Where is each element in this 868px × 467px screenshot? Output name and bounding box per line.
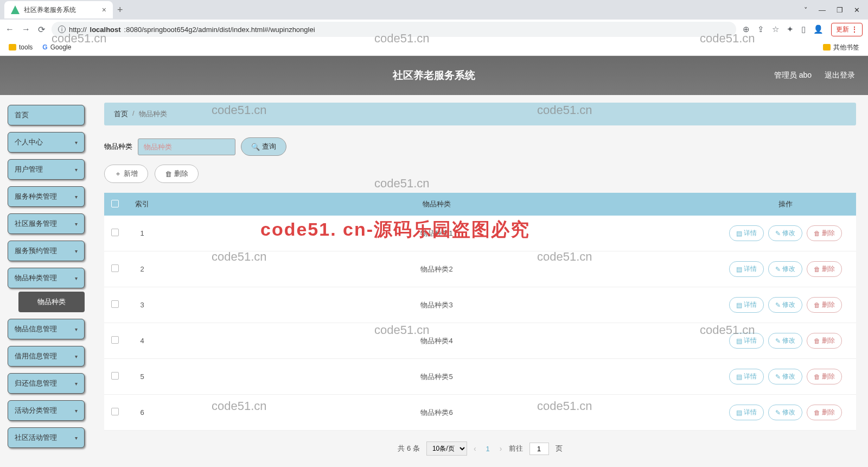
sidebar-item[interactable]: 服务种类管理▾ <box>8 186 85 207</box>
table-row: 1物品种类1▤详情✎修改🗑删除 <box>104 216 856 251</box>
update-button[interactable]: 更新 ⋮ <box>831 23 863 36</box>
detail-button[interactable]: ▤详情 <box>729 261 764 277</box>
chevron-down-icon: ▾ <box>75 248 78 254</box>
cell-index: 4 <box>126 323 158 359</box>
page-size-select[interactable]: 10条/页 <box>426 441 467 456</box>
delete-button[interactable]: 🗑删除 <box>155 165 199 183</box>
trash-icon: 🗑 <box>814 230 820 237</box>
sidebar-item[interactable]: 借用信息管理▾ <box>8 346 85 367</box>
checkbox[interactable] <box>111 372 119 380</box>
add-button[interactable]: ＋新增 <box>104 165 148 183</box>
edit-button[interactable]: ✎修改 <box>768 333 802 349</box>
sidebar-item[interactable]: 首页 <box>8 105 85 125</box>
trash-icon: 🗑 <box>814 373 820 381</box>
window-controls: ˅ — ❐ ✕ <box>804 6 868 14</box>
admin-label[interactable]: 管理员 abo <box>774 71 812 80</box>
cell-index: 2 <box>126 251 158 287</box>
star-icon[interactable]: ☆ <box>772 24 779 34</box>
edit-icon: ✎ <box>775 230 781 237</box>
table-row: 6物品种类6▤详情✎修改🗑删除 <box>104 395 856 431</box>
bookmark-google[interactable]: GGoogle <box>42 43 71 51</box>
row-delete-button[interactable]: 🗑删除 <box>807 225 842 241</box>
search-input[interactable] <box>138 138 235 155</box>
new-tab-button[interactable]: + <box>117 4 123 16</box>
chevron-down-icon: ▾ <box>75 354 78 359</box>
edit-button[interactable]: ✎修改 <box>768 369 802 384</box>
chevron-down-icon[interactable]: ˅ <box>804 6 808 14</box>
detail-button[interactable]: ▤详情 <box>729 225 764 241</box>
row-delete-button[interactable]: 🗑删除 <box>807 369 842 384</box>
cell-name: 物品种类2 <box>158 251 715 287</box>
detail-button[interactable]: ▤详情 <box>729 297 764 313</box>
breadcrumb-home[interactable]: 首页 <box>114 109 128 119</box>
detail-button[interactable]: ▤详情 <box>729 369 764 384</box>
sidebar-item[interactable]: 服务预约管理▾ <box>8 241 85 261</box>
checkbox[interactable] <box>111 300 119 308</box>
row-delete-button[interactable]: 🗑删除 <box>807 297 842 313</box>
next-page-icon[interactable]: › <box>500 444 502 453</box>
bookmark-tools[interactable]: tools <box>9 43 33 51</box>
checkbox[interactable] <box>111 264 119 272</box>
doc-icon: ▤ <box>736 337 742 345</box>
edit-icon: ✎ <box>775 373 781 381</box>
sidebar-item[interactable]: 个人中心▾ <box>8 132 85 153</box>
sidebar-item[interactable]: 物品信息管理▾ <box>8 319 85 339</box>
edit-button[interactable]: ✎修改 <box>768 297 802 313</box>
cell-index: 3 <box>126 287 158 323</box>
close-icon[interactable]: × <box>102 5 106 14</box>
search-icon[interactable]: ⊕ <box>743 24 750 34</box>
checkbox[interactable] <box>111 336 119 344</box>
sidebar-item[interactable]: 物品种类管理▾ <box>8 268 85 288</box>
reload-icon[interactable]: ⟳ <box>38 24 45 35</box>
trash-icon: 🗑 <box>814 409 820 416</box>
bookmark-other[interactable]: 其他书签 <box>823 43 859 52</box>
col-ops: 操作 <box>715 193 856 216</box>
sidebar-subitem[interactable]: 物品种类 <box>18 292 85 312</box>
back-icon[interactable]: ← <box>5 24 14 35</box>
checkbox[interactable] <box>111 408 119 415</box>
query-button[interactable]: 🔍查询 <box>241 137 286 156</box>
close-window-icon[interactable]: ✕ <box>854 6 860 14</box>
forward-icon[interactable]: → <box>22 24 30 35</box>
info-icon[interactable]: i <box>58 26 66 33</box>
search-icon: 🔍 <box>251 143 260 151</box>
trash-icon: 🗑 <box>814 337 820 345</box>
maximize-icon[interactable]: ❐ <box>837 6 843 14</box>
profile-icon[interactable]: 👤 <box>813 24 824 34</box>
url-input[interactable]: i http://localhost:8080/springboot654g2/… <box>52 22 736 37</box>
search-label: 物品种类 <box>104 142 132 152</box>
edit-button[interactable]: ✎修改 <box>768 261 802 277</box>
doc-icon: ▤ <box>736 301 742 309</box>
chevron-down-icon: ▾ <box>75 140 78 146</box>
checkbox[interactable] <box>111 229 119 236</box>
detail-button[interactable]: ▤详情 <box>729 405 764 420</box>
page-number[interactable]: 1 <box>483 445 493 453</box>
main-content: 首页 / 物品种类 物品种类 🔍查询 ＋新增 🗑删除 索引 物品种类 操作 1物… <box>92 95 868 467</box>
detail-button[interactable]: ▤详情 <box>729 333 764 349</box>
checkbox-all[interactable] <box>111 200 119 207</box>
sidebar-item[interactable]: 社区服务管理▾ <box>8 213 85 234</box>
doc-icon: ▤ <box>736 409 742 416</box>
sidebar-item[interactable]: 归还信息管理▾ <box>8 373 85 394</box>
prev-page-icon[interactable]: ‹ <box>474 444 476 453</box>
share-icon[interactable]: ⇪ <box>757 24 764 34</box>
row-delete-button[interactable]: 🗑删除 <box>807 405 842 420</box>
pager-total: 共 6 条 <box>398 444 419 453</box>
sidebar-item[interactable]: 用户管理▾ <box>8 159 85 180</box>
cell-name: 物品种类1 <box>158 216 715 251</box>
edit-button[interactable]: ✎修改 <box>768 405 802 420</box>
browser-tab[interactable]: 社区养老服务系统 × <box>4 1 113 18</box>
sidebar-item[interactable]: 社区活动管理▾ <box>8 427 85 448</box>
panel-icon[interactable]: ▯ <box>801 24 806 34</box>
row-delete-button[interactable]: 🗑删除 <box>807 261 842 277</box>
edit-icon: ✎ <box>775 301 781 309</box>
puzzle-icon[interactable]: ✦ <box>787 24 794 34</box>
sidebar-item[interactable]: 活动分类管理▾ <box>8 400 85 421</box>
logout-link[interactable]: 退出登录 <box>825 71 855 80</box>
goto-input[interactable] <box>529 443 549 455</box>
tab-bar: 社区养老服务系统 × + ˅ — ❐ ✕ <box>0 0 868 20</box>
edit-button[interactable]: ✎修改 <box>768 225 802 241</box>
doc-icon: ▤ <box>736 373 742 381</box>
minimize-icon[interactable]: — <box>819 6 826 14</box>
row-delete-button[interactable]: 🗑删除 <box>807 333 842 349</box>
